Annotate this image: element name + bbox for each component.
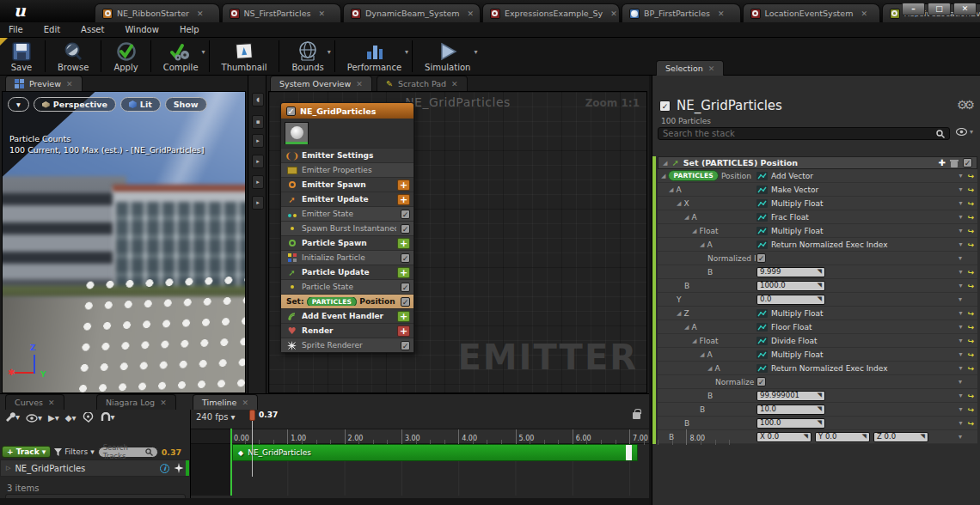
strip-expander[interactable]: ▸ — [252, 175, 264, 189]
close-icon[interactable]: ✕ — [318, 9, 325, 18]
stack-search-input[interactable]: Search the stack — [658, 127, 950, 140]
revert-to-default-icon[interactable]: ↪ — [967, 240, 974, 249]
revert-to-default-icon[interactable]: ↪ — [967, 364, 974, 373]
dynamic-input-value[interactable]: Frac Float — [771, 213, 809, 222]
dynamic-input-value[interactable]: Divide Float — [771, 337, 818, 345]
revert-to-default-icon[interactable]: ↪ — [967, 337, 974, 345]
asset-tab-ne_ribbonstarter[interactable]: NE_RibbonStarter ✕ — [95, 3, 220, 22]
menu-window[interactable]: Window — [125, 25, 158, 34]
close-icon[interactable]: ✕ — [242, 399, 248, 407]
tab-preview[interactable]: Preview ✕ — [5, 76, 83, 91]
chevron-down-icon[interactable]: ▾ — [959, 364, 962, 372]
module-enabled-checkbox[interactable]: ✓ — [401, 341, 410, 350]
trash-icon[interactable] — [950, 159, 959, 167]
number-input[interactable]: 100.0◥ — [756, 418, 825, 429]
chevron-expanded-icon[interactable]: ◢ — [677, 200, 681, 207]
add-module-button[interactable]: + — [397, 179, 410, 191]
parameter-row-a[interactable]: ◢AMake Vector▾↪ — [658, 183, 977, 197]
emitter-node[interactable]: ✓ NE_GridParticles ❨❩ Emitter Settings E… — [280, 102, 414, 353]
chevron-expanded-icon[interactable]: ◢ — [707, 365, 712, 372]
number-input[interactable]: 99.999001◥ — [756, 391, 825, 401]
compile-button[interactable]: Compile — [153, 38, 209, 75]
stack-item-emitter-settings[interactable]: ❨❩ Emitter Settings — [281, 148, 413, 162]
chevron-expanded-icon[interactable]: ◢ — [669, 186, 673, 193]
gear-icon[interactable]: ⚙⚙ — [957, 98, 971, 112]
chevron-down-icon[interactable]: ▾ — [959, 309, 962, 317]
lit-button[interactable]: Lit — [120, 97, 161, 112]
track-search-input[interactable]: Search Tracks — [98, 447, 158, 458]
number-input[interactable]: 1000.0◥ — [756, 281, 825, 291]
tab-timeline[interactable]: Timeline✕ — [193, 394, 258, 410]
add-module-button[interactable]: + — [397, 238, 410, 249]
bool-checkbox[interactable]: ✓ — [756, 377, 766, 386]
timeline-ruler[interactable]: 0.001.002.003.004.005.006.007.008.00 — [191, 429, 649, 444]
revert-to-default-icon[interactable]: ↪ — [967, 405, 974, 414]
parameter-row-float[interactable]: ◢FloatDivide Float▾↪ — [658, 334, 977, 348]
chevron-expanded-icon[interactable]: ◢ — [663, 160, 667, 167]
asset-tab-ns_firstparticles[interactable]: NS_FirstParticles ✕ — [222, 3, 341, 22]
chevron-down-icon[interactable]: ▾ — [959, 268, 962, 276]
parameter-row-y[interactable]: Y0.0◥▾ — [658, 293, 977, 307]
strip-expander[interactable]: ▪ — [252, 115, 264, 129]
close-icon[interactable]: ✕ — [48, 399, 55, 407]
dynamic-input-value[interactable]: Make Vector — [771, 186, 818, 194]
add-module-button[interactable]: + — [397, 311, 410, 322]
chevron-down-icon[interactable]: ▾ — [959, 350, 962, 358]
apply-button[interactable]: Apply — [103, 38, 148, 75]
parameter-row-position[interactable]: ◢PARTICLESPositionAdd Vector▾↪ — [658, 169, 977, 183]
add-module-button[interactable]: + — [397, 267, 410, 278]
parameter-row-normalize[interactable]: Normalize✓▾ — [658, 375, 977, 389]
stack-item-emitter-properties[interactable]: Emitter Properties — [281, 162, 413, 177]
revert-to-default-icon[interactable]: ↪ — [967, 350, 974, 359]
chevron-down-icon[interactable]: ▾ — [959, 186, 962, 193]
parameter-row-normalized-i[interactable]: Normalized I✓▾ — [658, 252, 977, 265]
chevron-down-icon[interactable]: ▾ — [959, 419, 962, 427]
close-icon[interactable]: ✕ — [861, 9, 867, 18]
bounds-button[interactable]: Bounds — [281, 38, 334, 75]
dynamic-input-value[interactable]: Floor Float — [771, 323, 812, 332]
revert-to-default-icon[interactable]: ↪ — [967, 282, 974, 290]
module-enabled-checkbox[interactable]: ✓ — [401, 224, 410, 234]
chevron-down-icon[interactable]: ▾ — [959, 240, 962, 248]
preview-viewport[interactable]: ▾ Perspective Lit Show Particle Counts 1… — [2, 91, 246, 393]
lock-icon[interactable] — [633, 412, 640, 419]
close-icon[interactable]: ✕ — [451, 80, 458, 88]
dynamic-input-value[interactable]: Multiply Float — [771, 309, 824, 318]
menu-asset[interactable]: Asset — [81, 25, 104, 34]
menu-file[interactable]: File — [9, 25, 23, 34]
module-enabled-checkbox[interactable]: ✓ — [401, 210, 410, 219]
menu-help[interactable]: Help — [180, 25, 199, 34]
parameter-row-b[interactable]: B10.0◥▾↪ — [658, 403, 977, 417]
set-position-section-header[interactable]: ◢ ➚ Set (PARTICLES) Position ✚ ✓ — [658, 156, 977, 169]
chevron-expanded-icon[interactable]: ◢ — [700, 351, 704, 358]
bool-checkbox[interactable]: ✓ — [756, 253, 766, 263]
strip-expander[interactable]: ▸ — [252, 134, 264, 148]
strip-expander[interactable]: ▸ — [252, 196, 264, 210]
dynamic-input-value[interactable]: Multiply Float — [771, 199, 824, 208]
revert-to-default-icon[interactable]: ↪ — [967, 392, 974, 400]
chevron-down-icon[interactable]: ▾ — [328, 48, 331, 56]
show-button[interactable]: Show — [165, 97, 207, 112]
tab-system-overview[interactable]: System Overview ✕ — [270, 76, 372, 91]
tab-scratch-pad[interactable]: ✎ Scratch Pad ✕ — [377, 76, 468, 91]
simulation-button[interactable]: Simulation — [414, 38, 481, 75]
module-enabled-checkbox[interactable]: ✓ — [401, 297, 410, 307]
number-input[interactable]: 9.999◥ — [756, 267, 825, 277]
revert-to-default-icon[interactable]: ↪ — [967, 213, 974, 222]
chevron-collapsed-icon[interactable]: ▷ — [6, 465, 10, 472]
revert-to-default-icon[interactable]: ↪ — [967, 199, 974, 208]
close-icon[interactable]: ✕ — [718, 9, 725, 18]
dynamic-input-value[interactable]: Multiply Float — [771, 227, 824, 235]
emitter-timeline-bar[interactable]: ◆ NE_GridParticles — [232, 444, 638, 461]
browse-button[interactable]: Browse — [47, 38, 99, 75]
stack-item-emitter-update[interactable]: ➚ Emitter Update+ — [281, 192, 413, 206]
revert-to-default-icon[interactable]: ↪ — [967, 419, 974, 428]
add-renderer-button[interactable]: + — [397, 326, 410, 337]
chevron-down-icon[interactable]: ▾ — [959, 405, 962, 413]
close-icon[interactable]: ✕ — [197, 9, 204, 18]
current-time-display[interactable]: 0.37 — [162, 447, 181, 457]
chevron-expanded-icon[interactable]: ◢ — [700, 241, 704, 248]
add-track-button[interactable]: + Track▾ — [2, 446, 51, 458]
parameter-row-a[interactable]: ◢AFloor Float▾↪ — [658, 320, 977, 334]
menu-edit[interactable]: Edit — [44, 25, 60, 34]
